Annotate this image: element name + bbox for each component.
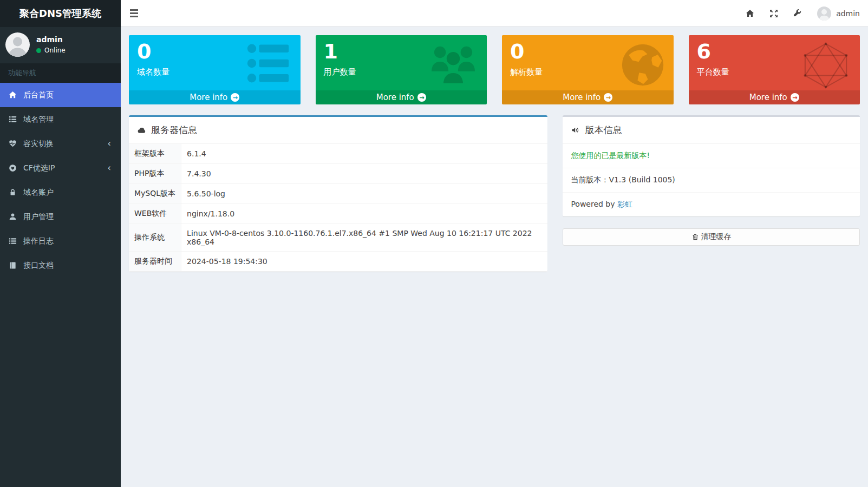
log-list-icon [8,237,17,245]
row-value: Linux VM-0-8-centos 3.10.0-1160.76.1.el7… [181,224,548,252]
sidebar-toggle-button[interactable] [128,6,140,21]
more-info-link[interactable]: More info → [502,90,674,104]
table-row: 框架版本 6.1.4 [129,144,547,164]
arrow-circle-icon: → [791,93,799,102]
sidebar-item-domains[interactable]: 域名管理 [0,107,121,131]
stat-value: 6 [697,40,852,64]
row-label: MySQL版本 [129,184,181,204]
clear-cache-button[interactable]: 清理缓存 [563,228,860,246]
user-status-label: Online [44,47,66,54]
navbar-user-menu[interactable]: admin [817,6,860,21]
stat-value: 0 [137,40,292,64]
row-label: 服务器时间 [129,252,181,272]
sidebar-item-label: 用户管理 [23,212,54,222]
book-icon [8,261,17,269]
sidebar-item-api-docs[interactable]: 接口文档 [0,253,121,278]
stat-card-user-count: 1 用户数量 Mor [316,35,487,104]
current-version: 当前版本：V1.3 (Build 1005) [563,168,860,193]
sidebar-user-panel: admin Online [0,27,121,63]
stat-label: 用户数量 [324,67,479,77]
arrow-circle-icon: → [604,93,612,102]
app-logo[interactable]: 聚合DNS管理系统 [0,0,121,27]
row-value: 7.4.30 [181,164,548,184]
online-dot-icon [36,48,41,53]
user-icon [8,213,17,221]
powered-by: Powered by 彩虹 [563,193,860,216]
server-info-header: 服务器信息 [129,117,547,143]
user-name: admin [36,35,66,44]
table-row: WEB软件 nginx/1.18.0 [129,204,547,224]
sidebar-item-logs[interactable]: 操作日志 [0,229,121,253]
cf-circle-icon [8,164,17,172]
stat-label: 解析数量 [510,67,665,77]
sidebar-item-label: 域名账户 [23,188,54,198]
more-info-link[interactable]: More info → [129,90,301,104]
stats-row: 0 域名数量 More info → 1 [129,35,860,104]
clear-cache-label: 清理缓存 [701,232,731,242]
user-avatar [5,32,30,57]
more-info-label: More info [749,93,787,102]
user-status[interactable]: Online [36,47,66,54]
more-info-link[interactable]: More info → [689,90,860,104]
person-icon [5,32,30,57]
sidebar-menu: 后台首页 域名管理 容灾切换 ‹ [0,83,121,278]
sidebar-item-accounts[interactable]: 域名账户 [0,180,121,205]
sidebar-item-label: 接口文档 [23,261,54,271]
more-info-link[interactable]: More info → [316,90,487,104]
stat-label: 平台数量 [697,67,852,77]
sidebar-item-label: 域名管理 [23,115,54,124]
chevron-left-icon: ‹ [107,163,113,173]
sidebar-item-users[interactable]: 用户管理 [0,205,121,229]
version-list: 您使用的已是最新版本! 当前版本：V1.3 (Build 1005) Power… [563,143,860,216]
table-row: 服务器时间 2024-05-18 19:54:30 [129,252,547,272]
person-icon [817,6,831,21]
stat-card-platform-count: 6 平台数量 More info [689,35,860,104]
heartbeat-icon [8,140,17,148]
chevron-left-icon: ‹ [107,139,113,148]
table-row: MySQL版本 5.6.50-log [129,184,547,204]
navbar-avatar [817,6,831,21]
powered-by-prefix: Powered by [571,200,617,208]
more-info-label: More info [563,93,601,102]
fullscreen-button[interactable] [769,9,778,18]
stat-value: 1 [324,40,479,64]
sidebar-item-dashboard[interactable]: 后台首页 [0,83,121,107]
home-button[interactable] [746,9,754,18]
navbar-username: admin [836,9,860,18]
row-label: WEB软件 [129,204,181,224]
version-info-panel: 版本信息 您使用的已是最新版本! 当前版本：V1.3 (Build 1005) … [563,115,860,216]
stat-label: 域名数量 [137,67,292,77]
sidebar-item-label: CF优选IP [23,163,55,173]
version-info-header: 版本信息 [563,117,860,143]
table-row: 操作系统 Linux VM-0-8-centos 3.10.0-1160.76.… [129,224,547,252]
panel-title: 服务器信息 [151,124,197,136]
row-label: PHP版本 [129,164,181,184]
home-icon [8,91,17,99]
more-info-label: More info [190,93,227,102]
page-content: 0 域名数量 More info → 1 [121,27,868,280]
sidebar-section-label: 功能导航 [0,63,121,83]
sidebar-item-label: 容灾切换 [23,139,54,149]
top-navbar: admin [121,0,868,27]
sidebar: 聚合DNS管理系统 admin Online 功能导航 后台首页 [0,0,121,487]
powered-by-link[interactable]: 彩虹 [617,200,632,208]
more-info-label: More info [376,93,414,102]
list-icon [8,115,17,123]
sidebar-item-failover[interactable]: 容灾切换 ‹ [0,131,121,156]
row-label: 框架版本 [129,144,181,164]
volume-icon [571,126,580,134]
trash-icon [691,233,699,241]
sidebar-item-cf-ip[interactable]: CF优选IP ‹ [0,156,121,180]
app-title: 聚合DNS管理系统 [19,7,101,20]
stat-card-record-count: 0 解析数量 More info → [502,35,674,104]
row-label: 操作系统 [129,224,181,252]
panel-title: 版本信息 [585,124,622,136]
row-value: 6.1.4 [181,144,548,164]
latest-version-message: 您使用的已是最新版本! [563,144,860,168]
sidebar-item-label: 后台首页 [23,90,54,100]
server-info-panel: 服务器信息 框架版本 6.1.4 PHP版本 7.4.30 MySQL版 [129,115,547,272]
table-row: PHP版本 7.4.30 [129,164,547,184]
row-value: 2024-05-18 19:54:30 [181,252,548,272]
row-value: 5.6.50-log [181,184,548,204]
settings-wrench-button[interactable] [793,9,802,18]
